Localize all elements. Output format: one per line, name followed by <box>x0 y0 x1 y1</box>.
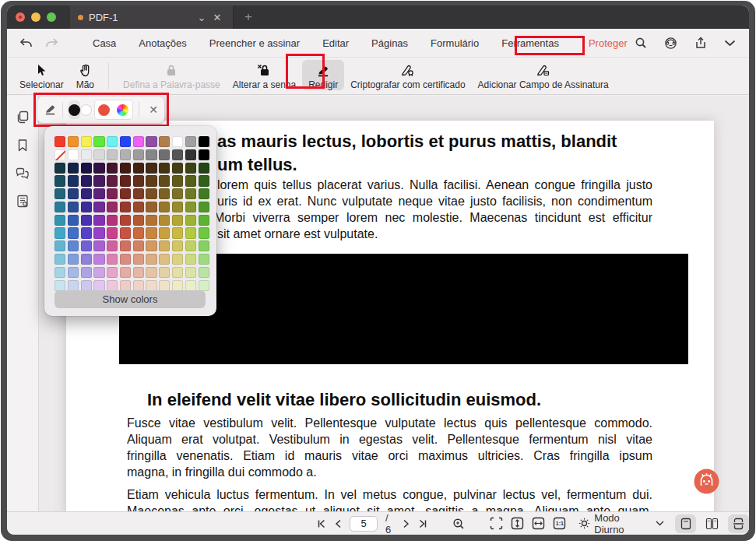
palette-swatch[interactable] <box>185 136 196 147</box>
palette-swatch[interactable] <box>172 202 183 212</box>
assistant-robot-button[interactable] <box>694 469 719 494</box>
undo-icon[interactable] <box>19 37 33 49</box>
palette-swatch[interactable] <box>120 136 131 147</box>
first-page-icon[interactable] <box>317 519 327 528</box>
change-password-button[interactable]: Alterar a senha <box>227 58 302 90</box>
palette-swatch[interactable] <box>81 280 92 291</box>
annotations-panel-icon[interactable] <box>16 166 30 180</box>
collapse-toolbar-chevron-icon[interactable] <box>724 40 736 47</box>
palette-swatch[interactable] <box>107 240 118 251</box>
bookmarks-panel-icon[interactable] <box>16 138 30 152</box>
palette-swatch[interactable] <box>199 227 209 238</box>
palette-swatch[interactable] <box>93 215 104 226</box>
palette-swatch[interactable] <box>107 149 118 160</box>
palette-swatch[interactable] <box>68 136 79 147</box>
palette-swatch[interactable] <box>146 227 156 238</box>
palette-swatch[interactable] <box>185 240 196 251</box>
palette-swatch[interactable] <box>55 254 65 265</box>
palette-swatch[interactable] <box>199 240 209 251</box>
palette-swatch[interactable] <box>185 227 196 238</box>
palette-swatch[interactable] <box>133 163 144 174</box>
palette-swatch[interactable] <box>107 163 118 174</box>
palette-swatch[interactable] <box>93 188 104 199</box>
palette-swatch[interactable] <box>68 240 79 251</box>
palette-swatch[interactable] <box>199 267 209 278</box>
palette-swatch[interactable] <box>172 149 183 160</box>
palette-swatch[interactable] <box>159 227 170 238</box>
palette-swatch[interactable] <box>133 149 144 160</box>
palette-swatch[interactable] <box>146 280 156 291</box>
tab-proteger[interactable]: Proteger <box>582 35 635 51</box>
palette-swatch[interactable] <box>199 188 209 199</box>
palette-swatch[interactable] <box>185 188 196 199</box>
share-icon[interactable] <box>694 37 707 50</box>
palette-swatch[interactable] <box>185 280 196 291</box>
palette-swatch[interactable] <box>120 188 131 199</box>
palette-swatch[interactable] <box>93 227 104 238</box>
palette-swatch[interactable] <box>68 267 79 278</box>
palette-swatch[interactable] <box>93 175 104 186</box>
palette-swatch[interactable] <box>68 227 79 238</box>
palette-swatch[interactable] <box>93 149 104 160</box>
palette-swatch[interactable] <box>172 163 183 174</box>
palette-swatch[interactable] <box>159 163 170 174</box>
palette-swatch[interactable] <box>185 267 196 278</box>
palette-swatch[interactable] <box>146 267 156 278</box>
palette-swatch[interactable] <box>199 136 209 147</box>
palette-swatch[interactable] <box>159 254 170 265</box>
document-search-panel-icon[interactable] <box>16 194 30 208</box>
palette-swatch[interactable] <box>199 175 209 186</box>
tab-anotacoes[interactable]: Anotações <box>139 37 186 49</box>
palette-swatch[interactable] <box>146 163 156 174</box>
palette-swatch[interactable] <box>172 240 183 251</box>
palette-swatch[interactable] <box>81 188 92 199</box>
palette-swatch[interactable] <box>146 240 156 251</box>
palette-swatch[interactable] <box>81 202 92 212</box>
palette-swatch[interactable] <box>199 254 209 265</box>
palette-swatch[interactable] <box>159 149 170 160</box>
palette-swatch[interactable] <box>172 188 183 199</box>
next-page-icon[interactable] <box>403 519 410 528</box>
palette-swatch[interactable] <box>107 202 118 212</box>
palette-swatch[interactable] <box>120 254 131 265</box>
thumbnails-panel-icon[interactable] <box>16 110 30 124</box>
color-wheel-swatch[interactable] <box>114 100 132 119</box>
palette-swatch[interactable] <box>107 227 118 238</box>
support-icon[interactable] <box>664 37 677 50</box>
palette-swatch[interactable] <box>55 215 65 226</box>
palette-swatch[interactable] <box>159 175 170 186</box>
palette-swatch[interactable] <box>133 267 144 278</box>
palette-swatch[interactable] <box>159 267 170 278</box>
palette-swatch[interactable] <box>81 254 92 265</box>
palette-swatch[interactable] <box>107 215 118 226</box>
palette-swatch[interactable] <box>120 215 131 226</box>
close-swatchbar-icon[interactable]: ✕ <box>149 104 158 116</box>
tab-editar[interactable]: Editar <box>322 37 349 49</box>
palette-swatch[interactable] <box>133 188 144 199</box>
zoom-window-button[interactable] <box>47 12 56 22</box>
palette-swatch[interactable] <box>68 202 79 212</box>
palette-swatch[interactable] <box>172 254 183 265</box>
fit-height-icon[interactable] <box>511 517 524 530</box>
palette-swatch[interactable] <box>55 188 65 199</box>
palette-swatch[interactable] <box>133 254 144 265</box>
palette-swatch[interactable] <box>81 136 92 147</box>
palette-swatch[interactable] <box>172 215 183 226</box>
palette-swatch[interactable] <box>93 267 104 278</box>
palette-swatch[interactable] <box>81 227 92 238</box>
palette-swatch[interactable] <box>68 280 79 291</box>
palette-swatch[interactable] <box>93 240 104 251</box>
palette-swatch[interactable] <box>93 280 104 291</box>
palette-swatch[interactable] <box>107 254 118 265</box>
palette-swatch[interactable] <box>133 227 144 238</box>
palette-swatch[interactable] <box>172 175 183 186</box>
palette-swatch[interactable] <box>133 240 144 251</box>
add-signature-field-button[interactable]: Adicionar Campo de Assinatura <box>472 58 615 90</box>
palette-swatch[interactable] <box>55 240 65 251</box>
palette-swatch[interactable] <box>55 267 65 278</box>
palette-swatch[interactable] <box>159 215 170 226</box>
palette-swatch[interactable] <box>185 202 196 212</box>
palette-swatch[interactable] <box>133 280 144 291</box>
palette-swatch[interactable] <box>68 175 79 186</box>
palette-swatch[interactable] <box>159 188 170 199</box>
